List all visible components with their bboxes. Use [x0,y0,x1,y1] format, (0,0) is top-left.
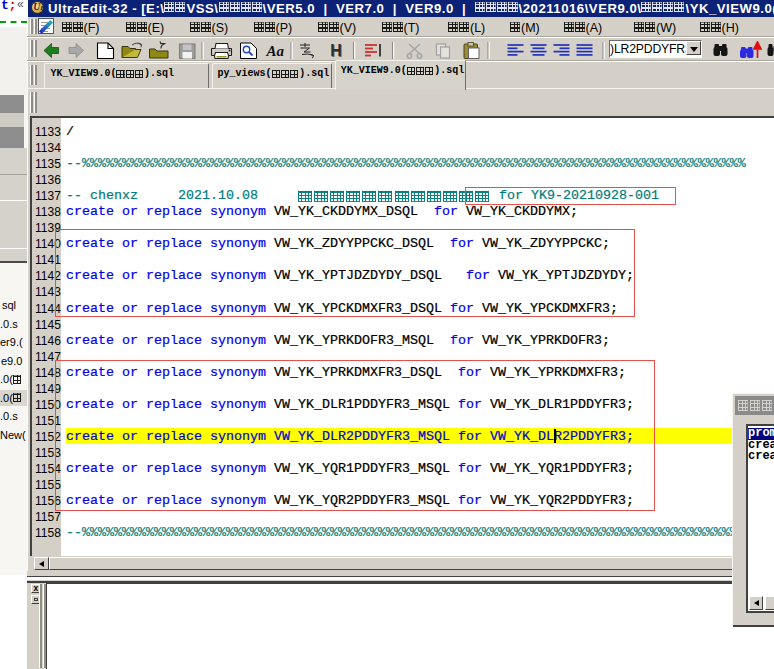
svg-text:H: H [330,41,342,58]
svg-text:Aa: Aa [265,43,284,59]
